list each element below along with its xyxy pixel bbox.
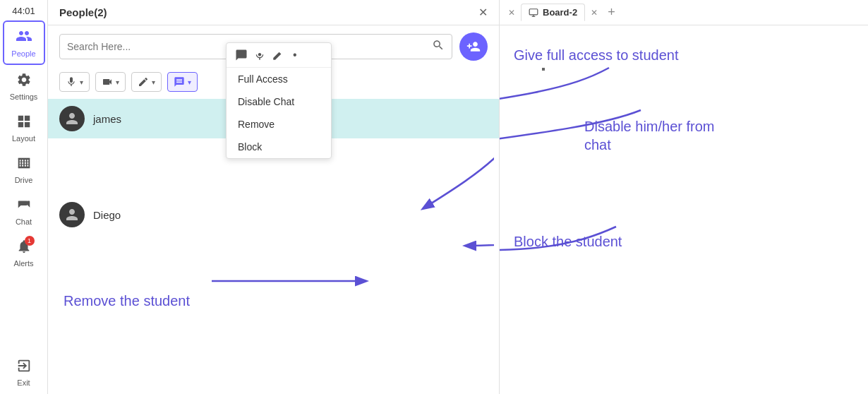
sidebar-item-people[interactable]: People: [3, 20, 45, 65]
pen-control-button[interactable]: ▾: [131, 72, 162, 92]
panel-header: People(2) ✕: [48, 0, 499, 25]
person-name-diego: Diego: [93, 209, 121, 221]
tab-add-button[interactable]: +: [603, 5, 620, 20]
mic-chevron: ▾: [80, 78, 83, 86]
annotations-svg: [500, 25, 868, 394]
avatar-diego: [59, 202, 85, 227]
alert-badge: 1: [25, 236, 35, 246]
panel-title: People(2): [59, 6, 107, 18]
ctx-menu-block[interactable]: Block: [227, 136, 331, 158]
avatar-james: [59, 106, 85, 131]
chat-control-chevron: ▾: [188, 78, 191, 86]
sidebar-exit-label: Exit: [17, 378, 30, 387]
sidebar: 44:01 People Settings Layout: [0, 0, 48, 394]
layout-icon: [16, 114, 32, 133]
board-content: Give full access to student Disable him/…: [500, 25, 868, 394]
annotation-block: Block the student: [514, 234, 622, 250]
people-icon: [16, 28, 32, 48]
sidebar-layout-label: Layout: [12, 134, 35, 143]
board-tab-right-close[interactable]: ✕: [588, 6, 601, 19]
svg-rect-4: [529, 8, 538, 14]
camera-control-button[interactable]: ▾: [95, 72, 126, 92]
board-dot: [542, 68, 545, 71]
sidebar-item-chat[interactable]: Chat: [3, 191, 45, 232]
exit-icon: [16, 358, 32, 377]
settings-icon: [16, 72, 32, 91]
chat-icon: [16, 197, 32, 216]
panel-close-button[interactable]: ✕: [478, 6, 488, 19]
search-icon: [432, 39, 445, 54]
board-tab-board2[interactable]: Board-2: [521, 4, 585, 21]
sidebar-alerts-label: Alerts: [13, 259, 33, 268]
time-display: 44:01: [12, 6, 35, 16]
sidebar-item-drive[interactable]: Drive: [3, 150, 45, 190]
people-list: james • Full Access Disable Chat Remove …: [48, 99, 499, 394]
add-person-button[interactable]: [459, 32, 488, 61]
sidebar-people-label: People: [11, 49, 35, 58]
drive-icon: [16, 155, 32, 174]
annotation-full-access: Give full access to student: [514, 47, 678, 64]
board-tab-label: Board-2: [543, 7, 577, 18]
sidebar-item-settings[interactable]: Settings: [3, 66, 45, 107]
board-panel: ✕ Board-2 ✕ +: [500, 0, 868, 394]
board-tabs: ✕ Board-2 ✕ +: [500, 0, 868, 25]
person-row-diego[interactable]: Diego: [48, 195, 499, 234]
alerts-icon: 1: [16, 239, 32, 258]
people-panel: People(2) ✕ ▾ ▾: [48, 0, 500, 394]
person-name-james: james: [93, 113, 121, 125]
camera-chevron: ▾: [116, 78, 119, 86]
sidebar-drive-label: Drive: [15, 176, 33, 184]
sidebar-item-exit[interactable]: Exit: [3, 352, 45, 393]
ctx-menu-disable-chat[interactable]: Disable Chat: [227, 99, 331, 113]
annotation-disable-chat: Disable him/her fromchat: [584, 117, 715, 154]
ctx-menu-remove[interactable]: Remove: [227, 113, 331, 136]
mic-control-button[interactable]: ▾: [59, 72, 90, 92]
context-menu: • Full Access Disable Chat Remove Block: [226, 99, 332, 159]
chat-control-button[interactable]: ▾: [167, 72, 198, 92]
sidebar-settings-label: Settings: [10, 92, 38, 101]
pen-chevron: ▾: [152, 78, 155, 86]
sidebar-item-alerts[interactable]: 1 Alerts: [3, 233, 45, 273]
sidebar-item-layout[interactable]: Layout: [3, 108, 45, 148]
board-tab-close-x[interactable]: ✕: [505, 6, 518, 19]
sidebar-chat-label: Chat: [16, 217, 32, 226]
